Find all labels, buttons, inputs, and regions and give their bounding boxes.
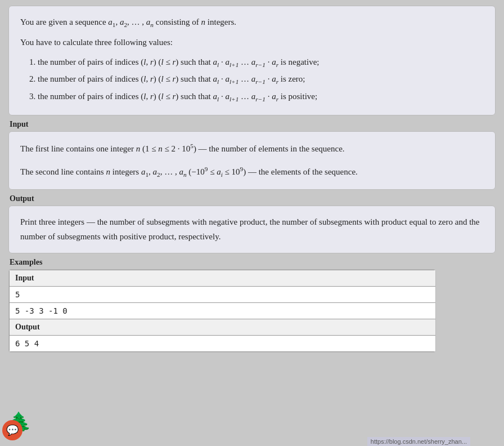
cond3-num: 3.	[29, 92, 35, 101]
conditions-list: 1. the number of pairs of indices (l, r)…	[20, 55, 484, 105]
cond1-num: 1.	[29, 57, 35, 66]
problem-section: You are given a sequence a1, a2, … , an …	[8, 6, 496, 115]
output-label: Output	[8, 194, 496, 203]
n-var-input: n	[136, 144, 141, 153]
examples-section: Examples Input 5 5 -3 3 -1 0 Output 6 5 …	[8, 258, 496, 353]
examples-table: Input 5 5 -3 3 -1 0 Output 6 5 4	[9, 270, 436, 352]
sequence-notation: a	[108, 17, 112, 26]
problem-box: You are given a sequence a1, a2, … , an …	[8, 6, 496, 115]
input-box: The first line contains one integer n (1…	[8, 131, 496, 190]
output-text: Print three integers — the number of sub…	[20, 215, 484, 244]
n-var-input2: n	[106, 167, 110, 176]
output-value-row: 6 5 4	[10, 336, 436, 352]
examples-label: Examples	[8, 258, 496, 267]
output-header-cell: Output	[10, 319, 436, 336]
url-bar: https://blog.csdn.net/sherry_zhan...	[367, 437, 470, 446]
input-header-row: Input	[10, 270, 436, 287]
input-value1-cell: 5	[10, 287, 436, 303]
intro-line1: You are given a sequence a1, a2, … , an …	[20, 15, 484, 30]
chat-icon: 💬	[2, 420, 22, 440]
output-section: Output Print three integers — the number…	[8, 194, 496, 253]
output-header-row: Output	[10, 319, 436, 336]
output-value-cell: 6 5 4	[10, 336, 436, 352]
input-label: Input	[8, 120, 496, 129]
input-line2: The second line contains n integers a1, …	[20, 164, 484, 180]
examples-box: Input 5 5 -3 3 -1 0 Output 6 5 4	[8, 269, 436, 353]
cond2-num: 2.	[29, 74, 35, 83]
input-value2-row: 5 -3 3 -1 0	[10, 303, 436, 319]
intro-line2: You have to calculate three following va…	[20, 35, 484, 49]
problem-text: You are given a sequence a1, a2, … , an …	[20, 15, 484, 105]
condition-3: 3. the number of pairs of indices (l, r)…	[29, 89, 484, 105]
input-line1: The first line contains one integer n (1…	[20, 141, 484, 157]
input-value2-cell: 5 -3 3 -1 0	[10, 303, 436, 319]
n-var: n	[201, 17, 206, 26]
condition-2: 2. the number of pairs of indices (l, r)…	[29, 72, 484, 87]
output-box: Print three integers — the number of sub…	[8, 206, 496, 253]
input-section: Input The first line contains one intege…	[8, 120, 496, 190]
input-header-cell: Input	[10, 270, 436, 287]
input-value1-row: 5	[10, 287, 436, 303]
condition-1: 1. the number of pairs of indices (l, r)…	[29, 55, 484, 70]
